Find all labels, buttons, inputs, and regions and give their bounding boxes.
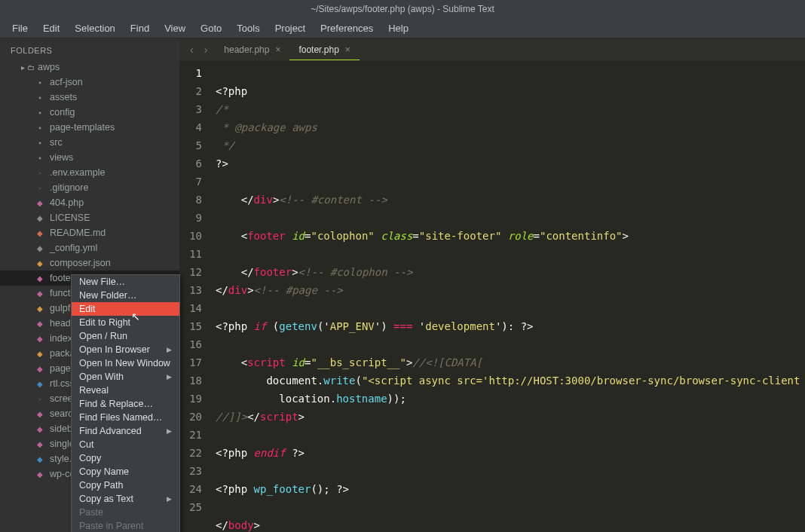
tree-item-label: 404.php xyxy=(50,197,84,208)
cm-edit[interactable]: Edit xyxy=(72,302,179,316)
menu-project[interactable]: Project xyxy=(268,20,313,37)
cm-label: Open With xyxy=(79,371,124,383)
code-content[interactable]: <?php /* * @package awps */ ?> </div><!-… xyxy=(208,61,805,532)
folder-icon: ▪ xyxy=(35,152,45,163)
tab-label: footer.php xyxy=(298,44,338,55)
cm-label: New File… xyxy=(79,277,125,288)
cm-label: Find & Replace… xyxy=(79,399,153,410)
cm-copy-path[interactable]: Copy Path xyxy=(72,478,179,492)
cm-open-run[interactable]: Open / Run xyxy=(72,329,179,343)
tree-item-label: .gitignore xyxy=(50,182,88,193)
window-title: ~/Sites/awps/footer.php (awps) - Sublime… xyxy=(0,0,805,19)
tree-item-composer-json[interactable]: ◆composer.json xyxy=(0,255,179,271)
tree-item-config[interactable]: ▪config xyxy=(0,105,179,120)
tree-item-label: .env.example xyxy=(50,167,105,178)
file-icon: ◆ xyxy=(35,469,45,479)
cm-reveal[interactable]: Reveal xyxy=(72,384,179,397)
cm-cut[interactable]: Cut xyxy=(72,438,179,451)
cm-copy[interactable]: Copy xyxy=(72,451,179,465)
cm-find-replace-[interactable]: Find & Replace… xyxy=(72,397,179,411)
tree-item--env-example[interactable]: ◦.env.example xyxy=(0,165,179,180)
nav-fwd-icon[interactable]: › xyxy=(204,44,208,56)
tree-item-LICENSE[interactable]: ◆LICENSE xyxy=(0,210,179,225)
tree-item-label: views xyxy=(50,152,73,163)
file-icon: ◆ xyxy=(35,454,45,464)
cm-label: Edit xyxy=(79,304,96,315)
file-icon: ◆ xyxy=(35,303,45,313)
file-icon: ◆ xyxy=(35,333,45,344)
tabbar: ‹ › header.php × footer.php × xyxy=(179,38,805,61)
menu-find[interactable]: Find xyxy=(123,20,157,37)
file-icon: ◆ xyxy=(35,363,45,374)
submenu-arrow-icon: ▶ xyxy=(167,426,172,437)
folder-icon: ▪ xyxy=(35,107,45,118)
tree-item-label: README.md xyxy=(50,228,106,238)
tree-item-label: _config.yml xyxy=(50,243,97,253)
file-icon: ◆ xyxy=(35,197,45,208)
tab-footer-php[interactable]: footer.php × xyxy=(289,40,359,60)
folder-icon: ▪ xyxy=(35,77,45,87)
cm-new-file-[interactable]: New File… xyxy=(72,275,179,289)
file-icon: ◆ xyxy=(35,258,45,268)
cm-label: Copy xyxy=(79,453,101,464)
menu-preferences[interactable]: Preferences xyxy=(313,20,381,37)
folder-icon: ▪ xyxy=(35,137,45,148)
file-icon: ◦ xyxy=(35,393,45,404)
cm-open-in-new-window[interactable]: Open In New Window xyxy=(72,356,179,370)
tree-item-src[interactable]: ▪src xyxy=(0,135,179,150)
menu-edit[interactable]: Edit xyxy=(35,20,67,37)
menu-file[interactable]: File xyxy=(5,20,35,37)
tree-item-label: LICENSE xyxy=(50,212,90,223)
file-icon: ◆ xyxy=(35,243,45,253)
cm-label: Copy Name xyxy=(79,466,129,478)
tree-item-label: scree xyxy=(50,393,73,404)
menubar: File Edit Selection Find View Goto Tools… xyxy=(0,19,805,38)
cm-edit-to-right[interactable]: Edit to Right xyxy=(72,316,179,329)
submenu-arrow-icon: ▶ xyxy=(167,344,172,356)
tab-header-php[interactable]: header.php × xyxy=(215,40,289,60)
sidebar-heading: FOLDERS xyxy=(0,43,179,60)
menu-selection[interactable]: Selection xyxy=(67,20,122,37)
cm-label: Cut xyxy=(79,439,93,451)
tree-item-label: gulpfi xyxy=(50,303,72,313)
tree-item-views[interactable]: ▪views xyxy=(0,150,179,165)
submenu-arrow-icon: ▶ xyxy=(167,494,172,505)
file-icon: ◆ xyxy=(35,439,45,449)
cm-copy-as-text[interactable]: Copy as Text▶ xyxy=(72,492,179,506)
cm-label: New Folder… xyxy=(79,290,136,301)
cm-label: Open In New Window xyxy=(79,358,170,369)
cm-find-files-named-[interactable]: Find Files Named… xyxy=(72,411,179,424)
cm-find-advanced[interactable]: Find Advanced▶ xyxy=(72,424,179,438)
tree-root[interactable]: ▸ 🗀 awps xyxy=(0,60,179,75)
nav-back-icon[interactable]: ‹ xyxy=(190,44,194,56)
close-icon[interactable]: × xyxy=(345,44,350,55)
close-icon[interactable]: × xyxy=(275,44,280,55)
file-icon: ◆ xyxy=(35,408,45,419)
tree-item--gitignore[interactable]: ◦.gitignore xyxy=(0,180,179,195)
file-icon: ◆ xyxy=(35,288,45,298)
menu-goto[interactable]: Goto xyxy=(193,20,229,37)
cm-copy-name[interactable]: Copy Name xyxy=(72,465,179,478)
tree-item-404-php[interactable]: ◆404.php xyxy=(0,195,179,210)
cm-new-folder-[interactable]: New Folder… xyxy=(72,289,179,302)
code-area[interactable]: 1234567891011121314151617181920212223242… xyxy=(179,61,805,532)
tree-item-README-md[interactable]: ◆README.md xyxy=(0,225,179,240)
tree-item-assets[interactable]: ▪assets xyxy=(0,90,179,105)
menu-help[interactable]: Help xyxy=(381,20,416,37)
menu-tools[interactable]: Tools xyxy=(229,20,267,37)
folder-icon: ▪ xyxy=(35,122,45,133)
tree-item-page-templates[interactable]: ▪page-templates xyxy=(0,120,179,135)
tree-item-_config-yml[interactable]: ◆_config.yml xyxy=(0,240,179,255)
file-icon: ◦ xyxy=(35,182,45,193)
tab-label: header.php xyxy=(224,44,269,55)
cm-open-in-browser[interactable]: Open In Browser▶ xyxy=(72,343,179,356)
file-icon: ◆ xyxy=(35,228,45,238)
menu-view[interactable]: View xyxy=(157,20,193,37)
file-icon: ◆ xyxy=(35,318,45,329)
cm-open-with[interactable]: Open With▶ xyxy=(72,370,179,384)
tree-item-acf-json[interactable]: ▪acf-json xyxy=(0,75,179,90)
cm-label: Find Advanced xyxy=(79,426,142,437)
file-icon: ◦ xyxy=(35,167,45,178)
editor: ‹ › header.php × footer.php × 1234567891… xyxy=(179,38,805,532)
gutter: 1234567891011121314151617181920212223242… xyxy=(179,61,208,532)
